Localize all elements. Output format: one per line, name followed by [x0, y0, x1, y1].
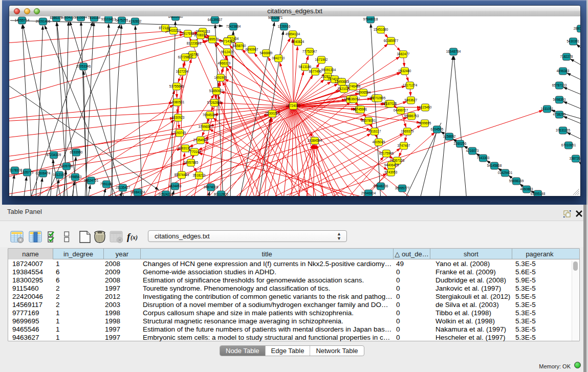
svg-text:82175946: 82175946: [379, 151, 394, 155]
svg-text:7543303: 7543303: [477, 156, 490, 160]
svg-text:4060883: 4060883: [520, 187, 533, 191]
svg-text:8708317: 8708317: [194, 33, 207, 37]
svg-text:17080531: 17080531: [170, 100, 185, 104]
svg-text:19384554: 19384554: [308, 139, 322, 142]
svg-text:85574443: 85574443: [175, 173, 189, 177]
svg-text:34624751: 34624751: [84, 179, 99, 182]
svg-text:13171274: 13171274: [403, 83, 418, 87]
svg-text:9636057: 9636057: [347, 97, 360, 101]
svg-text:1627204: 1627204: [176, 70, 189, 73]
svg-text:3482477: 3482477: [397, 52, 410, 56]
svg-text:01429401: 01429401: [498, 171, 513, 174]
svg-text:15451680: 15451680: [374, 28, 388, 31]
svg-text:5240824: 5240824: [292, 40, 304, 43]
svg-text:36995777: 36995777: [395, 186, 410, 190]
svg-text:28809570: 28809570: [574, 27, 580, 30]
svg-text:0932480: 0932480: [399, 69, 411, 73]
svg-text:27354549: 27354549: [193, 138, 208, 142]
svg-text:(x): (x): [130, 234, 138, 241]
svg-text:7889579: 7889579: [206, 37, 219, 41]
svg-text:65787133: 65787133: [552, 83, 567, 87]
svg-text:64835030: 64835030: [168, 16, 183, 18]
svg-text:49894134: 49894134: [286, 32, 300, 36]
svg-text:20053346: 20053346: [76, 64, 91, 68]
svg-text:1031051: 1031051: [541, 107, 554, 111]
svg-text:25135427: 25135427: [116, 186, 130, 189]
svg-text:3518233: 3518233: [193, 173, 206, 177]
svg-text:04499727: 04499727: [394, 108, 408, 112]
svg-text:8677496: 8677496: [309, 70, 322, 73]
svg-text:87234309: 87234309: [47, 153, 61, 157]
svg-text:6475255: 6475255: [116, 18, 128, 22]
svg-text:7193745: 7193745: [173, 131, 186, 135]
svg-text:1969379: 1969379: [401, 129, 414, 133]
svg-text:1745961: 1745961: [355, 107, 367, 111]
svg-text:64139537: 64139537: [208, 18, 223, 21]
svg-text:7917693: 7917693: [182, 32, 194, 35]
svg-text:94406409: 94406409: [384, 163, 399, 167]
svg-text:97848018: 97848018: [363, 17, 378, 21]
svg-text:02606474: 02606474: [36, 171, 51, 175]
svg-text:5098393: 5098393: [553, 98, 566, 101]
svg-text:81223623: 81223623: [187, 41, 202, 45]
svg-text:18724007: 18724007: [286, 104, 301, 107]
svg-text:6998543: 6998543: [69, 175, 82, 179]
svg-text:7770143: 7770143: [188, 150, 201, 154]
svg-text:53755646: 53755646: [169, 84, 184, 88]
svg-text:34714345: 34714345: [220, 39, 235, 43]
svg-text:62702895: 62702895: [371, 96, 386, 100]
svg-text:6204505: 6204505: [431, 127, 444, 131]
svg-text:00524278: 00524278: [159, 192, 173, 196]
svg-text:9463627: 9463627: [405, 98, 418, 102]
svg-text:4005045: 4005045: [373, 140, 385, 144]
svg-text:7991183: 7991183: [100, 182, 113, 186]
svg-text:29946804: 29946804: [361, 191, 376, 195]
svg-text:54145868: 54145868: [487, 164, 502, 167]
svg-text:16648784: 16648784: [446, 50, 461, 53]
svg-text:5466889: 5466889: [260, 51, 273, 55]
svg-text:34874016: 34874016: [204, 185, 219, 189]
svg-text:4216073: 4216073: [466, 149, 479, 152]
svg-text:55886753: 55886753: [404, 114, 419, 118]
svg-text:4738299: 4738299: [553, 113, 566, 116]
svg-text:99091334: 99091334: [321, 68, 336, 72]
svg-text:7187026: 7187026: [384, 102, 397, 105]
svg-text:9413186: 9413186: [299, 65, 312, 69]
svg-text:25300215: 25300215: [265, 112, 280, 115]
svg-text:60385977: 60385977: [384, 39, 399, 42]
svg-text:3747407: 3747407: [398, 144, 410, 147]
svg-text:9115460: 9115460: [419, 105, 432, 109]
svg-text:37996507: 37996507: [199, 125, 213, 128]
svg-text:0842710: 0842710: [272, 56, 285, 60]
svg-text:3387262: 3387262: [570, 157, 580, 160]
svg-text:80112805: 80112805: [214, 192, 228, 196]
svg-text:9699695: 9699695: [419, 121, 431, 125]
svg-text:4966319: 4966319: [218, 61, 231, 65]
svg-text:77752047: 77752047: [302, 50, 317, 53]
svg-text:37631165: 37631165: [556, 128, 570, 132]
svg-text:67010651: 67010651: [561, 143, 576, 147]
svg-text:71746488: 71746488: [346, 84, 361, 88]
svg-text:1615594: 1615594: [75, 16, 88, 19]
svg-text:02654235: 02654235: [61, 16, 76, 19]
svg-text:62729806: 62729806: [178, 55, 193, 59]
svg-text:9743953: 9743953: [385, 170, 398, 174]
svg-text:1824493: 1824493: [169, 184, 182, 188]
svg-text:98084124: 98084124: [130, 190, 145, 194]
svg-text:1671902: 1671902: [315, 58, 328, 61]
svg-text:3158692: 3158692: [443, 135, 456, 138]
svg-text:6658760: 6658760: [233, 44, 246, 48]
svg-text:1226916: 1226916: [278, 25, 291, 28]
svg-text:6193990: 6193990: [70, 150, 83, 154]
svg-text:96532871: 96532871: [268, 16, 283, 19]
svg-text:1491905: 1491905: [214, 76, 227, 79]
svg-text:1326773: 1326773: [21, 170, 34, 174]
svg-text:4316117: 4316117: [368, 129, 381, 133]
svg-text:71906594: 71906594: [356, 91, 371, 94]
svg-text:13493618: 13493618: [335, 80, 350, 83]
svg-text:76945314: 76945314: [203, 113, 217, 117]
svg-text:72423884: 72423884: [226, 25, 241, 28]
svg-text:7816184: 7816184: [88, 16, 101, 19]
svg-text:9912419: 9912419: [221, 50, 234, 54]
svg-text:57262849: 57262849: [207, 101, 222, 104]
